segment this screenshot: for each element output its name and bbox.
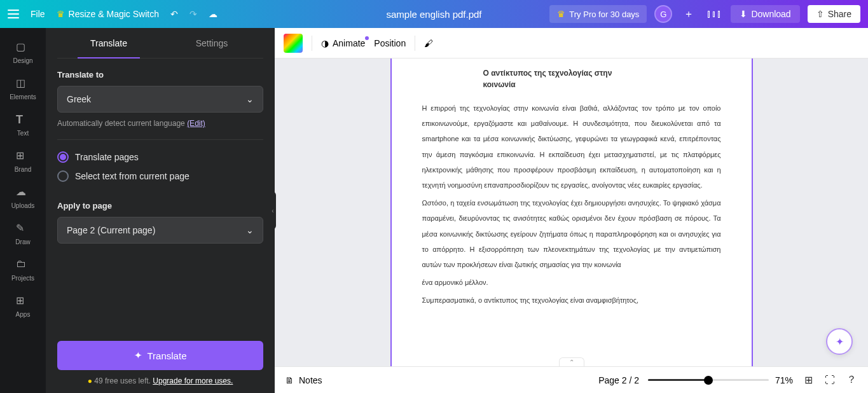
- rail-elements[interactable]: ◫Elements: [0, 71, 46, 107]
- canvas-toolbar: ◑Animate Position 🖌: [275, 28, 868, 59]
- upgrade-link[interactable]: Upgrade for more uses.: [153, 376, 233, 385]
- animate-icon: ◑: [321, 38, 329, 48]
- page-indicator[interactable]: Page 2 / 2: [598, 375, 639, 385]
- translate-panel: Translate Settings Translate to Greek ⌄ …: [46, 28, 275, 393]
- notes-icon: 🗎: [285, 375, 294, 385]
- rail-projects[interactable]: 🗀Projects: [0, 252, 46, 288]
- zoom-slider[interactable]: [648, 379, 769, 381]
- draw-icon: ✎: [16, 222, 30, 236]
- elements-icon: ◫: [16, 77, 30, 91]
- translate-to-label: Translate to: [57, 70, 263, 79]
- avatar[interactable]: G: [654, 5, 672, 23]
- notification-dot: [365, 36, 369, 40]
- chevron-down-icon: ⌄: [246, 94, 254, 104]
- canvas-area: ‹ ◑Animate Position 🖌 Ο αντίκτυπος της τ…: [275, 28, 868, 393]
- collapse-panel-handle[interactable]: ‹: [270, 191, 276, 230]
- rail-draw[interactable]: ✎Draw: [0, 216, 46, 252]
- doc-paragraph: Η επιρροή της τεχνολογίας στην κοινωνία …: [422, 100, 721, 193]
- crown-icon: ♛: [57, 9, 65, 19]
- rail-uploads[interactable]: ☁Uploads: [0, 179, 46, 216]
- separator: [312, 36, 312, 51]
- rail-brand[interactable]: ⊞Brand: [0, 143, 46, 179]
- position-button[interactable]: Position: [374, 38, 406, 48]
- share-button[interactable]: ⇧Share: [808, 5, 860, 23]
- left-rail: ▢Design ◫Elements TText ⊞Brand ☁Uploads …: [0, 28, 46, 393]
- coin-icon: ●: [88, 376, 92, 385]
- cloud-sync-icon[interactable]: ☁: [209, 9, 217, 19]
- doc-paragraph: Ωστόσο, η ταχεία ενσωμάτωση της τεχνολογ…: [422, 195, 721, 272]
- share-icon: ⇧: [816, 9, 824, 19]
- redo-icon[interactable]: ↷: [189, 9, 197, 19]
- radio-select-text[interactable]: Select text from current page: [57, 170, 263, 182]
- design-icon: ▢: [16, 41, 30, 55]
- radio-icon: [57, 170, 69, 182]
- translate-button[interactable]: ✦ Translate: [57, 341, 263, 370]
- menu-icon[interactable]: [8, 10, 19, 18]
- brand-icon: ⊞: [16, 149, 30, 163]
- bottom-bar: 🗎Notes Page 2 / 2 71% ⊞ ⛶ ？: [275, 366, 868, 393]
- add-icon[interactable]: ＋: [680, 5, 698, 23]
- document-title[interactable]: sample english pdf.pdf: [386, 9, 481, 20]
- tab-translate[interactable]: Translate: [57, 28, 160, 58]
- try-pro-button[interactable]: ♛Try Pro for 30 days: [549, 5, 647, 23]
- sparkle-icon: ✦: [836, 336, 844, 348]
- rail-apps[interactable]: ⊞Apps: [0, 288, 46, 324]
- zoom-percent[interactable]: 71%: [775, 375, 793, 385]
- divider: [57, 139, 263, 140]
- top-bar: File ♛Resize & Magic Switch ↶ ↷ ☁ sample…: [0, 0, 868, 28]
- page-thumbnails-handle[interactable]: ⌃: [559, 357, 584, 366]
- rail-text[interactable]: TText: [0, 107, 46, 143]
- animate-button[interactable]: ◑Animate: [321, 38, 365, 48]
- fullscreen-icon[interactable]: ⛶: [823, 374, 836, 387]
- help-icon[interactable]: ？: [845, 374, 858, 387]
- radio-translate-pages[interactable]: Translate pages: [57, 151, 263, 163]
- resize-magic-switch[interactable]: ♛Resize & Magic Switch: [57, 9, 159, 19]
- style-icon[interactable]: 🖌: [424, 38, 433, 48]
- ai-assist-fab[interactable]: ✦: [826, 328, 853, 355]
- uploads-icon: ☁: [16, 186, 30, 200]
- language-select[interactable]: Greek ⌄: [57, 86, 263, 113]
- doc-heading: Ο αντίκτυπος της τεχνολογίας στην κοινων…: [483, 67, 623, 90]
- apply-to-page-label: Apply to page: [57, 201, 263, 210]
- crown-icon: ♛: [557, 9, 565, 19]
- chevron-down-icon: ⌄: [246, 225, 254, 235]
- canvas-scroll[interactable]: Ο αντίκτυπος της τεχνολογίας στην κοινων…: [275, 59, 868, 366]
- grid-view-icon[interactable]: ⊞: [802, 374, 815, 387]
- sparkle-icon: ✦: [134, 350, 142, 361]
- notes-button[interactable]: 🗎Notes: [285, 375, 322, 385]
- uses-left-text: ● 49 free uses left. Upgrade for more us…: [57, 376, 263, 385]
- text-icon: T: [16, 113, 30, 127]
- rail-design[interactable]: ▢Design: [0, 34, 46, 71]
- apply-page-select[interactable]: Page 2 (Current page) ⌄: [57, 217, 263, 244]
- edit-language-link[interactable]: (Edit): [187, 119, 205, 128]
- tab-settings[interactable]: Settings: [160, 28, 263, 58]
- color-picker[interactable]: [284, 34, 303, 53]
- download-icon: ⬇: [740, 9, 747, 19]
- doc-paragraph: ένα αρμονικό μέλλον.: [422, 275, 721, 290]
- radio-icon: [57, 151, 69, 163]
- analytics-icon[interactable]: ⫿⫾⫿: [705, 5, 723, 23]
- separator: [415, 36, 415, 51]
- projects-icon: 🗀: [16, 258, 30, 272]
- file-menu[interactable]: File: [31, 9, 45, 19]
- doc-paragraph: Συμπερασματικά, ο αντίκτυπος της τεχνολο…: [422, 293, 721, 308]
- document-page[interactable]: Ο αντίκτυπος της τεχνολογίας στην κοινων…: [390, 59, 753, 366]
- download-button[interactable]: ⬇Download: [731, 5, 799, 23]
- undo-icon[interactable]: ↶: [170, 9, 178, 19]
- auto-detect-hint: Automatically detect current language (E…: [57, 119, 263, 128]
- apps-icon: ⊞: [16, 294, 30, 308]
